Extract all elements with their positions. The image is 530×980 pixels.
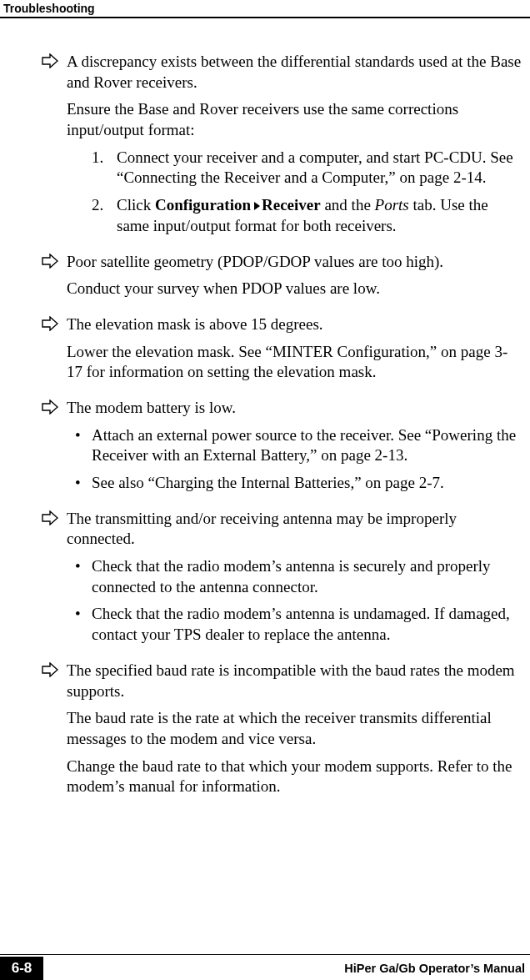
item-head: A discrepancy exists between the differe…	[67, 52, 522, 93]
arrow-right-icon	[42, 316, 58, 331]
arrow-right-icon	[42, 400, 58, 415]
troubleshoot-item: The transmitting and/or receiving antenn…	[42, 509, 522, 646]
bullet-icon: •	[75, 604, 81, 625]
item-para: Change the baud rate to that which your …	[67, 756, 522, 797]
troubleshoot-item: The modem battery is low. • Attach an ex…	[42, 398, 522, 494]
page-content: A discrepancy exists between the differe…	[0, 18, 530, 797]
list-text: Connect your receiver and a computer, an…	[117, 148, 513, 187]
text-run: and the	[321, 196, 375, 214]
item-head: The elevation mask is above 15 degrees.	[67, 314, 522, 335]
bullet-icon: •	[75, 425, 81, 446]
bullet-text: Check that the radio modem’s antenna is …	[92, 605, 510, 643]
header-title: Troubleshooting	[3, 2, 95, 15]
bullet-item: • Check that the radio modem’s antenna i…	[75, 604, 522, 645]
italic-text: Ports	[375, 196, 409, 214]
item-head: The transmitting and/or receiving antenn…	[67, 509, 522, 550]
item-para: Conduct your survey when PDOP values are…	[67, 279, 522, 299]
bold-text: Receiver	[262, 196, 321, 214]
list-text: Click ConfigurationReceiver and the Port…	[117, 196, 488, 234]
bullet-icon: •	[75, 473, 81, 494]
bullet-text: Attach an external power source to the r…	[92, 426, 516, 465]
arrow-right-icon	[42, 53, 58, 68]
troubleshoot-item: The elevation mask is above 15 degrees. …	[42, 314, 522, 383]
list-number: 2.	[92, 195, 103, 216]
item-para: Lower the elevation mask. See “MINTER Co…	[67, 342, 522, 383]
bold-text: Configuration	[155, 196, 251, 214]
bullet-list: • Attach an external power source to the…	[67, 425, 522, 494]
item-head: The modem battery is low.	[67, 398, 522, 419]
bullet-item: • Check that the radio modem’s antenna i…	[75, 556, 522, 597]
footer-title: HiPer Ga/Gb Operator’s Manual	[43, 957, 530, 980]
bullet-text: Check that the radio modem’s antenna is …	[92, 557, 491, 596]
bullet-text: See also “Charging the Internal Batterie…	[92, 474, 444, 491]
text-run: Click	[117, 196, 155, 214]
running-header: Troubleshooting	[0, 0, 530, 15]
item-head: The specified baud rate is incompatible …	[67, 661, 522, 701]
numbered-item: 1. Connect your receiver and a computer,…	[92, 148, 522, 188]
page-footer: 6-8 HiPer Ga/Gb Operator’s Manual	[0, 954, 530, 980]
numbered-item: 2. Click ConfigurationReceiver and the P…	[92, 195, 522, 236]
bullet-icon: •	[75, 556, 81, 577]
numbered-list: 1. Connect your receiver and a computer,…	[67, 148, 522, 237]
item-para: The baud rate is the rate at which the r…	[67, 708, 522, 749]
footer-rule	[0, 954, 530, 955]
troubleshoot-item: A discrepancy exists between the differe…	[42, 52, 522, 237]
bullet-item: • Attach an external power source to the…	[75, 425, 522, 466]
bullet-list: • Check that the radio modem’s antenna i…	[67, 556, 522, 646]
troubleshoot-item: Poor satellite geometry (PDOP/GDOP value…	[42, 252, 522, 299]
page-number: 6-8	[0, 957, 43, 980]
arrow-right-icon	[42, 254, 58, 269]
arrow-right-icon	[42, 662, 58, 677]
troubleshoot-item: The specified baud rate is incompatible …	[42, 661, 522, 797]
arrow-right-icon	[42, 510, 58, 525]
item-para: Ensure the Base and Rover receivers use …	[67, 99, 522, 140]
triangle-right-icon	[251, 195, 262, 216]
bullet-item: • See also “Charging the Internal Batter…	[75, 473, 522, 494]
list-number: 1.	[92, 148, 103, 168]
item-head: Poor satellite geometry (PDOP/GDOP value…	[67, 252, 522, 273]
footer-row: 6-8 HiPer Ga/Gb Operator’s Manual	[0, 957, 530, 980]
